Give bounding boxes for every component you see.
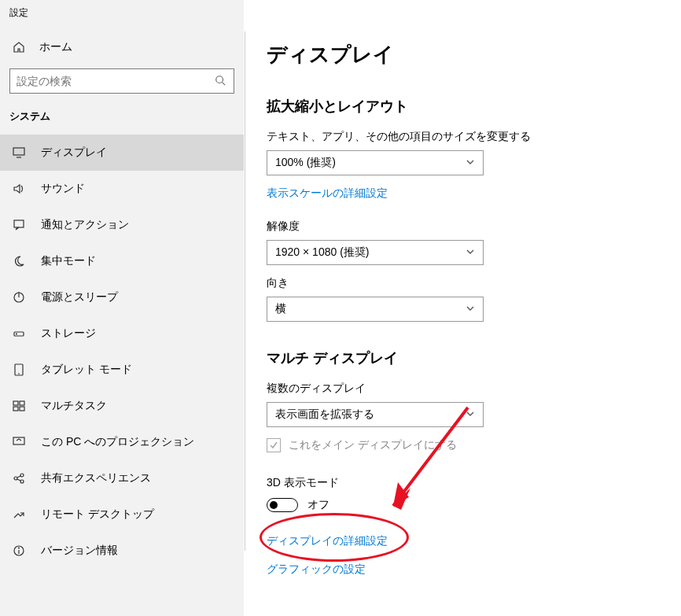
resolution-label: 解像度: [267, 219, 681, 234]
sidebar-item-sound[interactable]: サウンド: [0, 171, 244, 207]
tablet-icon: [13, 363, 28, 376]
svg-rect-13: [13, 407, 18, 411]
mode3d-toggle[interactable]: [267, 498, 298, 512]
multitask-icon: [13, 400, 28, 412]
search-input-container[interactable]: [9, 68, 234, 94]
search-input[interactable]: [17, 75, 215, 87]
monitor-icon: [13, 146, 28, 159]
chevron-down-icon: [466, 408, 475, 421]
sidebar-item-label: タブレット モード: [41, 363, 132, 377]
section-multi-heading: マルチ ディスプレイ: [267, 349, 681, 367]
sidebar-item-label: 電源とスリープ: [41, 290, 118, 304]
chevron-down-icon: [466, 246, 475, 259]
orientation-value: 横: [275, 302, 286, 316]
sidebar-item-label: ディスプレイ: [41, 146, 107, 160]
orientation-label: 向き: [267, 276, 681, 290]
graphics-settings-link[interactable]: グラフィックの設定: [267, 563, 366, 577]
mode3d-state: オフ: [307, 498, 329, 512]
svg-line-1: [223, 82, 226, 85]
home-icon: [13, 41, 28, 53]
storage-icon: [13, 327, 28, 340]
svg-point-18: [20, 480, 24, 483]
multi-display-value: 表示画面を拡張する: [275, 408, 374, 422]
sidebar-item-project[interactable]: この PC へのプロジェクション: [0, 424, 244, 460]
sidebar-item-label: 共有エクスペリエンス: [41, 471, 151, 485]
sidebar-item-remote[interactable]: リモート デスクトップ: [0, 496, 244, 533]
sidebar-item-label: 通知とアクション: [41, 218, 129, 232]
svg-point-17: [20, 474, 24, 477]
home-nav-item[interactable]: ホーム: [0, 32, 244, 62]
orientation-select[interactable]: 横: [267, 297, 484, 322]
sidebar-item-label: マルチタスク: [41, 399, 107, 413]
main-display-checkbox[interactable]: [267, 438, 281, 452]
main-display-checkbox-row: これをメイン ディスプレイにする: [267, 438, 681, 452]
svg-point-16: [14, 477, 17, 480]
svg-point-23: [19, 548, 20, 548]
page-title: ディスプレイ: [267, 41, 681, 68]
mode3d-toggle-row: オフ: [267, 498, 681, 512]
project-icon: [13, 436, 28, 448]
notification-icon: [13, 219, 28, 231]
multi-display-label: 複数のディスプレイ: [267, 382, 681, 396]
sidebar-item-display[interactable]: ディスプレイ: [0, 135, 244, 171]
resolution-value: 1920 × 1080 (推奨): [275, 245, 369, 260]
sidebar-item-label: 集中モード: [41, 254, 96, 268]
sidebar-item-storage[interactable]: ストレージ: [0, 315, 244, 352]
main-display-checkbox-label: これをメイン ディスプレイにする: [289, 438, 457, 452]
sidebar-item-label: リモート デスクトップ: [41, 507, 154, 522]
svg-line-20: [17, 479, 20, 481]
mode3d-label: 3D 表示モード: [267, 476, 681, 490]
sidebar-item-about[interactable]: バージョン情報: [0, 533, 244, 569]
search-icon: [215, 75, 227, 88]
sidebar: 設定 ホーム システム ディスプレイ サウンド 通知とアクション 集中モード 電…: [0, 0, 244, 616]
sidebar-item-focus[interactable]: 集中モード: [0, 243, 244, 279]
chevron-down-icon: [466, 303, 475, 315]
category-heading: システム: [0, 109, 244, 135]
multi-display-select[interactable]: 表示画面を拡張する: [267, 402, 484, 427]
section-scale-heading: 拡大縮小とレイアウト: [267, 97, 681, 116]
svg-rect-2: [13, 148, 24, 155]
svg-rect-14: [20, 407, 24, 411]
scale-select[interactable]: 100% (推奨): [267, 150, 484, 175]
remote-icon: [13, 508, 28, 521]
chevron-down-icon: [466, 157, 475, 169]
sidebar-item-multitask[interactable]: マルチタスク: [0, 388, 244, 424]
sidebar-item-label: この PC へのプロジェクション: [41, 435, 194, 449]
window-title: 設定: [0, 6, 244, 32]
sound-icon: [13, 183, 28, 195]
svg-rect-12: [20, 401, 24, 405]
power-icon: [13, 291, 28, 304]
svg-point-8: [17, 334, 17, 334]
svg-rect-7: [14, 332, 24, 336]
svg-line-19: [17, 476, 20, 478]
sidebar-item-tablet[interactable]: タブレット モード: [0, 352, 244, 388]
scale-label: テキスト、アプリ、その他の項目のサイズを変更する: [267, 130, 681, 144]
sidebar-item-power[interactable]: 電源とスリープ: [0, 279, 244, 315]
scale-advanced-link[interactable]: 表示スケールの詳細設定: [267, 186, 388, 201]
scale-value: 100% (推奨): [275, 156, 336, 170]
svg-rect-4: [14, 220, 24, 227]
sidebar-item-label: バージョン情報: [41, 544, 118, 558]
sidebar-item-label: ストレージ: [41, 326, 96, 341]
moon-icon: [13, 255, 28, 267]
sidebar-item-label: サウンド: [41, 182, 85, 196]
advanced-display-link[interactable]: ディスプレイの詳細設定: [267, 534, 388, 548]
sidebar-item-shared[interactable]: 共有エクスペリエンス: [0, 460, 244, 496]
share-icon: [13, 472, 28, 485]
sidebar-item-notifications[interactable]: 通知とアクション: [0, 207, 244, 243]
home-label: ホーム: [39, 40, 72, 54]
main-panel: ディスプレイ 拡大縮小とレイアウト テキスト、アプリ、その他の項目のサイズを変更…: [244, 0, 681, 616]
svg-rect-11: [13, 401, 18, 405]
info-icon: [13, 544, 28, 557]
svg-point-0: [216, 76, 223, 83]
resolution-select[interactable]: 1920 × 1080 (推奨): [267, 240, 484, 265]
